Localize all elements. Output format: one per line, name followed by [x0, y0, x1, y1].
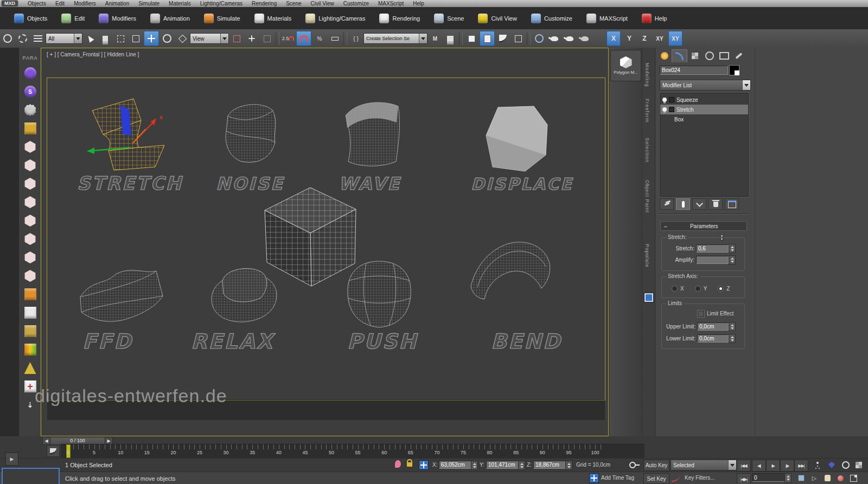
- go-to-start-button[interactable]: |◀◀: [737, 460, 751, 472]
- axis-constraint-z-button[interactable]: Z: [638, 31, 651, 46]
- tab-selection[interactable]: Selection: [644, 138, 650, 163]
- walkthrough-icon[interactable]: [812, 460, 824, 470]
- gear-icon[interactable]: [24, 104, 36, 116]
- edit-named-selection-sets-icon[interactable]: { }: [349, 31, 363, 46]
- axis-y-radio[interactable]: [695, 286, 701, 292]
- x-spinner[interactable]: [471, 461, 478, 470]
- x-coordinate-field[interactable]: 63,052cm: [439, 461, 471, 469]
- modifier-hex-icon[interactable]: [24, 178, 36, 190]
- broom-icon[interactable]: [24, 362, 36, 374]
- rendered-frame-window-icon[interactable]: [547, 31, 561, 46]
- limit-effect-checkbox[interactable]: [698, 311, 704, 317]
- modifier-hex-icon[interactable]: [24, 251, 36, 263]
- auto-key-button[interactable]: Auto Key: [643, 460, 669, 471]
- object-color-swatch[interactable]: [729, 65, 739, 75]
- ribbon-item-animation[interactable]: Animation: [150, 14, 190, 23]
- modifier-hex-icon[interactable]: [24, 159, 36, 171]
- stretch-value-field[interactable]: 0,6: [696, 244, 729, 253]
- dropdown-arrow-icon[interactable]: [419, 34, 427, 43]
- go-to-end-button[interactable]: ▶▶|: [794, 460, 808, 472]
- y-coordinate-field[interactable]: 101,471cm: [486, 461, 519, 469]
- spreadsheet-icon[interactable]: [24, 307, 36, 319]
- gradient-icon[interactable]: [24, 344, 36, 356]
- show-end-result-icon[interactable]: [676, 198, 690, 210]
- tab-create-icon[interactable]: [657, 49, 672, 62]
- align-icon[interactable]: [443, 31, 457, 46]
- modifier-hex-icon[interactable]: [24, 233, 36, 245]
- dropdown-arrow-icon[interactable]: [220, 34, 228, 43]
- ribbon-item-lighting-cameras[interactable]: Lighting/Cameras: [305, 14, 365, 23]
- bulb-icon[interactable]: [662, 98, 667, 102]
- ribbon-item-simulate[interactable]: Simulate: [204, 14, 240, 23]
- ribbon-item-scene[interactable]: Scene: [434, 14, 464, 23]
- bulb-icon[interactable]: [662, 107, 667, 112]
- axis-constraint-xy-button[interactable]: XY: [653, 31, 666, 46]
- object-stretch[interactable]: x: [80, 95, 182, 176]
- next-frame-button[interactable]: |▶: [780, 460, 794, 472]
- ribbon-item-objects[interactable]: Objects: [14, 14, 47, 23]
- zoom-icon[interactable]: ▷: [808, 473, 820, 483]
- snaps-toggle-icon[interactable]: 2.5: [281, 31, 295, 46]
- dropdown-arrow-icon[interactable]: [742, 80, 750, 90]
- axis-z-radio[interactable]: [718, 286, 724, 292]
- tab-populate[interactable]: Populate: [644, 244, 650, 268]
- keyboard-shortcut-override-icon[interactable]: [260, 31, 274, 46]
- timeline-ruler[interactable]: 0510152025303540455055606570758085909510…: [61, 444, 644, 459]
- play-button[interactable]: ▶: [766, 460, 780, 472]
- modifier-list-dropdown[interactable]: Modifier List: [660, 80, 751, 91]
- add-time-tag[interactable]: Add Time Tag: [601, 475, 634, 481]
- ribbon-item-rendering[interactable]: Rendering: [379, 14, 420, 23]
- menu-simulate[interactable]: Simulate: [138, 1, 159, 7]
- modifier-hex-icon[interactable]: [24, 270, 36, 282]
- reference-coordinate-dropdown[interactable]: View: [190, 33, 229, 44]
- render-production-icon[interactable]: [563, 31, 577, 46]
- zoom-extents-all-icon[interactable]: [853, 460, 865, 470]
- object-ffd[interactable]: [75, 255, 168, 333]
- absolute-mode-icon[interactable]: [419, 460, 429, 470]
- listener-scroll-button[interactable]: ▶: [5, 453, 18, 466]
- snap-use-axis-constraints-button[interactable]: XY: [668, 31, 682, 46]
- upper-limit-spinner[interactable]: [729, 322, 736, 331]
- tab-hierarchy-icon[interactable]: [687, 49, 702, 62]
- tab-modeling[interactable]: Modeling: [644, 63, 650, 87]
- menu-animation[interactable]: Animation: [105, 1, 129, 7]
- maximize-viewport-icon[interactable]: [847, 473, 859, 483]
- pan-hand-icon[interactable]: [821, 473, 833, 483]
- lower-limit-spinner[interactable]: [729, 334, 736, 343]
- z-coordinate-field[interactable]: 18,867cm: [533, 461, 566, 469]
- menu-materials[interactable]: Materials: [169, 1, 191, 7]
- key-mode-toggle-button[interactable]: |◀▶|: [737, 473, 751, 484]
- selection-lock-icon[interactable]: [407, 462, 412, 467]
- y-spinner[interactable]: [518, 461, 525, 470]
- mirror-icon[interactable]: M: [428, 31, 442, 46]
- select-object-icon[interactable]: [83, 31, 97, 46]
- stack-icon[interactable]: [24, 122, 36, 134]
- menu-civil-view[interactable]: Civil View: [311, 1, 334, 7]
- curve-editor-icon[interactable]: [496, 31, 510, 46]
- set-key-button[interactable]: Set Key: [643, 473, 669, 484]
- axis-x-radio[interactable]: [672, 286, 678, 292]
- modifier-hex-icon[interactable]: [24, 215, 36, 227]
- select-and-move-icon[interactable]: [144, 31, 159, 46]
- object-relax[interactable]: [205, 247, 282, 336]
- percent-snap-icon[interactable]: %: [312, 31, 327, 46]
- object-bend[interactable]: [460, 233, 557, 317]
- material-sphere-s-icon[interactable]: S: [24, 86, 36, 98]
- camera-icon[interactable]: [24, 288, 36, 300]
- range-left-arrow[interactable]: ◀: [42, 437, 50, 445]
- modifier-row-box[interactable]: Box: [660, 114, 748, 124]
- configure-modifier-sets-icon[interactable]: [725, 198, 739, 210]
- dropdown-arrow-icon[interactable]: [728, 460, 736, 470]
- ribbon-item-customize[interactable]: Customize: [531, 14, 572, 23]
- modifier-row-squeeze[interactable]: Squeeze: [660, 95, 748, 105]
- use-pivot-point-icon[interactable]: [229, 31, 244, 46]
- ribbon-item-help[interactable]: Help: [642, 14, 667, 23]
- amplify-spinner[interactable]: [729, 255, 736, 264]
- menu-modifiers[interactable]: Modifiers: [74, 1, 96, 7]
- tab-object-paint[interactable]: Object Paint: [644, 180, 650, 213]
- ribbon-item-materials[interactable]: Materials: [254, 14, 292, 23]
- isolate-toggle-icon[interactable]: [795, 473, 807, 483]
- ribbon-item-civil-view[interactable]: Civil View: [478, 14, 516, 23]
- steering-wheels-icon[interactable]: [826, 460, 838, 470]
- film-clapper-icon[interactable]: [24, 325, 36, 337]
